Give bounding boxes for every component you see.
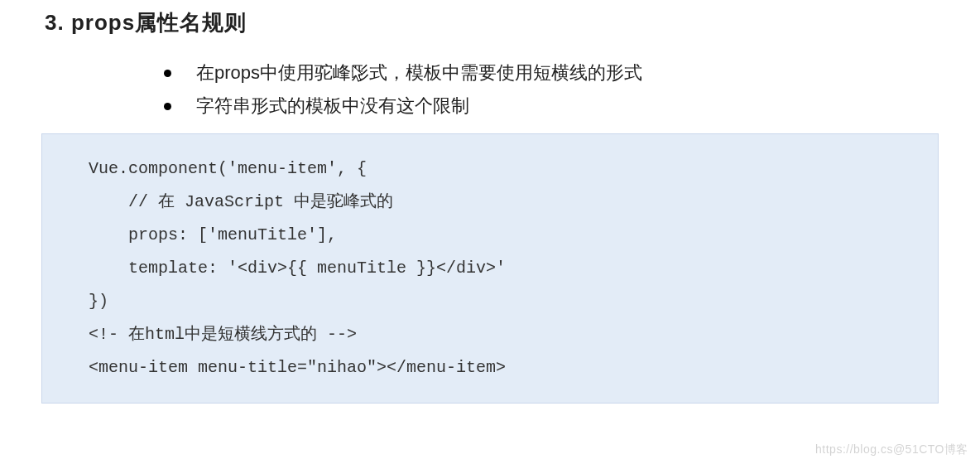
code-block: Vue.component('menu-item', { // 在 JavaSc… <box>41 133 939 404</box>
watermark-text: https://blog.cs@51CTO博客 <box>815 442 968 457</box>
bullet-text: 在props中使用驼峰形式，模板中需要使用短横线的形式 <box>196 60 642 85</box>
section-heading: 3. props属性名规则 <box>45 8 939 37</box>
bullet-dot-icon <box>164 103 171 110</box>
list-item: 在props中使用驼峰形式，模板中需要使用短横线的形式 <box>164 60 939 85</box>
bullet-list: 在props中使用驼峰形式，模板中需要使用短横线的形式 字符串形式的模板中没有这… <box>41 60 939 118</box>
list-item: 字符串形式的模板中没有这个限制 <box>164 94 939 118</box>
bullet-text: 字符串形式的模板中没有这个限制 <box>196 94 469 118</box>
bullet-dot-icon <box>164 70 171 77</box>
document-page: 3. props属性名规则 在props中使用驼峰形式，模板中需要使用短横线的形… <box>0 0 980 404</box>
